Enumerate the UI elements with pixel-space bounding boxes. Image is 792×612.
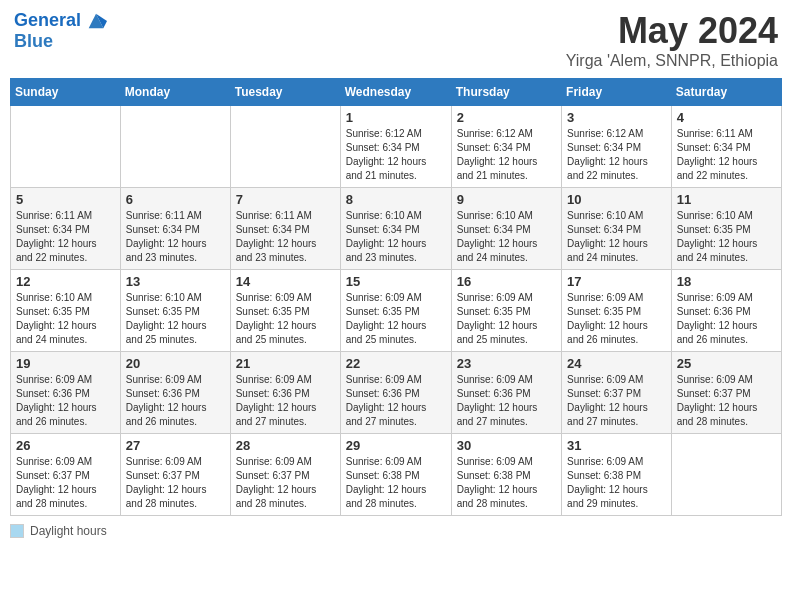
calendar-cell: 23Sunrise: 6:09 AM Sunset: 6:36 PM Dayli… xyxy=(451,352,561,434)
calendar-cell: 21Sunrise: 6:09 AM Sunset: 6:36 PM Dayli… xyxy=(230,352,340,434)
calendar-cell: 4Sunrise: 6:11 AM Sunset: 6:34 PM Daylig… xyxy=(671,106,781,188)
legend-box xyxy=(10,524,24,538)
day-info: Sunrise: 6:10 AM Sunset: 6:35 PM Dayligh… xyxy=(126,291,225,347)
calendar-cell: 3Sunrise: 6:12 AM Sunset: 6:34 PM Daylig… xyxy=(562,106,672,188)
calendar-cell: 8Sunrise: 6:10 AM Sunset: 6:34 PM Daylig… xyxy=(340,188,451,270)
week-row-5: 26Sunrise: 6:09 AM Sunset: 6:37 PM Dayli… xyxy=(11,434,782,516)
column-header-sunday: Sunday xyxy=(11,79,121,106)
day-number: 4 xyxy=(677,110,776,125)
day-info: Sunrise: 6:09 AM Sunset: 6:37 PM Dayligh… xyxy=(677,373,776,429)
day-number: 14 xyxy=(236,274,335,289)
calendar-cell: 28Sunrise: 6:09 AM Sunset: 6:37 PM Dayli… xyxy=(230,434,340,516)
day-number: 21 xyxy=(236,356,335,371)
page-header: General Blue May 2024 Yirga 'Alem, SNNPR… xyxy=(10,10,782,70)
day-number: 11 xyxy=(677,192,776,207)
column-header-saturday: Saturday xyxy=(671,79,781,106)
calendar-cell: 27Sunrise: 6:09 AM Sunset: 6:37 PM Dayli… xyxy=(120,434,230,516)
location-subtitle: Yirga 'Alem, SNNPR, Ethiopia xyxy=(566,52,778,70)
day-number: 8 xyxy=(346,192,446,207)
day-info: Sunrise: 6:10 AM Sunset: 6:35 PM Dayligh… xyxy=(677,209,776,265)
calendar-cell: 2Sunrise: 6:12 AM Sunset: 6:34 PM Daylig… xyxy=(451,106,561,188)
day-number: 15 xyxy=(346,274,446,289)
day-info: Sunrise: 6:09 AM Sunset: 6:37 PM Dayligh… xyxy=(567,373,666,429)
day-number: 25 xyxy=(677,356,776,371)
day-number: 1 xyxy=(346,110,446,125)
day-number: 29 xyxy=(346,438,446,453)
day-number: 17 xyxy=(567,274,666,289)
day-info: Sunrise: 6:11 AM Sunset: 6:34 PM Dayligh… xyxy=(236,209,335,265)
calendar-cell: 12Sunrise: 6:10 AM Sunset: 6:35 PM Dayli… xyxy=(11,270,121,352)
day-info: Sunrise: 6:09 AM Sunset: 6:37 PM Dayligh… xyxy=(126,455,225,511)
calendar-cell: 25Sunrise: 6:09 AM Sunset: 6:37 PM Dayli… xyxy=(671,352,781,434)
day-info: Sunrise: 6:09 AM Sunset: 6:37 PM Dayligh… xyxy=(16,455,115,511)
calendar-header-row: SundayMondayTuesdayWednesdayThursdayFrid… xyxy=(11,79,782,106)
day-info: Sunrise: 6:10 AM Sunset: 6:35 PM Dayligh… xyxy=(16,291,115,347)
logo-icon xyxy=(85,10,107,32)
calendar-cell: 26Sunrise: 6:09 AM Sunset: 6:37 PM Dayli… xyxy=(11,434,121,516)
day-info: Sunrise: 6:09 AM Sunset: 6:35 PM Dayligh… xyxy=(457,291,556,347)
day-info: Sunrise: 6:09 AM Sunset: 6:36 PM Dayligh… xyxy=(126,373,225,429)
day-info: Sunrise: 6:09 AM Sunset: 6:36 PM Dayligh… xyxy=(346,373,446,429)
day-info: Sunrise: 6:09 AM Sunset: 6:38 PM Dayligh… xyxy=(457,455,556,511)
day-info: Sunrise: 6:09 AM Sunset: 6:36 PM Dayligh… xyxy=(236,373,335,429)
week-row-3: 12Sunrise: 6:10 AM Sunset: 6:35 PM Dayli… xyxy=(11,270,782,352)
calendar-cell: 15Sunrise: 6:09 AM Sunset: 6:35 PM Dayli… xyxy=(340,270,451,352)
calendar-footer: Daylight hours xyxy=(10,524,782,538)
day-number: 9 xyxy=(457,192,556,207)
day-info: Sunrise: 6:09 AM Sunset: 6:37 PM Dayligh… xyxy=(236,455,335,511)
day-info: Sunrise: 6:10 AM Sunset: 6:34 PM Dayligh… xyxy=(567,209,666,265)
day-number: 7 xyxy=(236,192,335,207)
day-info: Sunrise: 6:11 AM Sunset: 6:34 PM Dayligh… xyxy=(677,127,776,183)
day-info: Sunrise: 6:09 AM Sunset: 6:35 PM Dayligh… xyxy=(567,291,666,347)
calendar-cell: 6Sunrise: 6:11 AM Sunset: 6:34 PM Daylig… xyxy=(120,188,230,270)
column-header-thursday: Thursday xyxy=(451,79,561,106)
week-row-4: 19Sunrise: 6:09 AM Sunset: 6:36 PM Dayli… xyxy=(11,352,782,434)
column-header-tuesday: Tuesday xyxy=(230,79,340,106)
calendar-table: SundayMondayTuesdayWednesdayThursdayFrid… xyxy=(10,78,782,516)
calendar-cell: 30Sunrise: 6:09 AM Sunset: 6:38 PM Dayli… xyxy=(451,434,561,516)
day-info: Sunrise: 6:09 AM Sunset: 6:36 PM Dayligh… xyxy=(16,373,115,429)
calendar-cell: 19Sunrise: 6:09 AM Sunset: 6:36 PM Dayli… xyxy=(11,352,121,434)
day-info: Sunrise: 6:09 AM Sunset: 6:35 PM Dayligh… xyxy=(346,291,446,347)
day-number: 30 xyxy=(457,438,556,453)
calendar-cell: 16Sunrise: 6:09 AM Sunset: 6:35 PM Dayli… xyxy=(451,270,561,352)
calendar-cell: 11Sunrise: 6:10 AM Sunset: 6:35 PM Dayli… xyxy=(671,188,781,270)
logo: General Blue xyxy=(14,10,107,52)
calendar-cell: 17Sunrise: 6:09 AM Sunset: 6:35 PM Dayli… xyxy=(562,270,672,352)
calendar-cell: 5Sunrise: 6:11 AM Sunset: 6:34 PM Daylig… xyxy=(11,188,121,270)
calendar-cell: 1Sunrise: 6:12 AM Sunset: 6:34 PM Daylig… xyxy=(340,106,451,188)
legend-label: Daylight hours xyxy=(30,524,107,538)
day-info: Sunrise: 6:09 AM Sunset: 6:36 PM Dayligh… xyxy=(457,373,556,429)
day-number: 26 xyxy=(16,438,115,453)
column-header-wednesday: Wednesday xyxy=(340,79,451,106)
day-info: Sunrise: 6:11 AM Sunset: 6:34 PM Dayligh… xyxy=(126,209,225,265)
day-number: 27 xyxy=(126,438,225,453)
column-header-monday: Monday xyxy=(120,79,230,106)
calendar-cell xyxy=(671,434,781,516)
calendar-cell xyxy=(11,106,121,188)
day-info: Sunrise: 6:12 AM Sunset: 6:34 PM Dayligh… xyxy=(346,127,446,183)
day-number: 24 xyxy=(567,356,666,371)
calendar-cell: 13Sunrise: 6:10 AM Sunset: 6:35 PM Dayli… xyxy=(120,270,230,352)
week-row-2: 5Sunrise: 6:11 AM Sunset: 6:34 PM Daylig… xyxy=(11,188,782,270)
logo-text2: Blue xyxy=(14,32,53,52)
week-row-1: 1Sunrise: 6:12 AM Sunset: 6:34 PM Daylig… xyxy=(11,106,782,188)
calendar-cell xyxy=(230,106,340,188)
month-title: May 2024 xyxy=(566,10,778,52)
calendar-cell xyxy=(120,106,230,188)
day-number: 16 xyxy=(457,274,556,289)
day-info: Sunrise: 6:09 AM Sunset: 6:38 PM Dayligh… xyxy=(346,455,446,511)
day-info: Sunrise: 6:10 AM Sunset: 6:34 PM Dayligh… xyxy=(346,209,446,265)
day-number: 10 xyxy=(567,192,666,207)
calendar-cell: 22Sunrise: 6:09 AM Sunset: 6:36 PM Dayli… xyxy=(340,352,451,434)
day-info: Sunrise: 6:10 AM Sunset: 6:34 PM Dayligh… xyxy=(457,209,556,265)
day-number: 2 xyxy=(457,110,556,125)
day-info: Sunrise: 6:12 AM Sunset: 6:34 PM Dayligh… xyxy=(567,127,666,183)
calendar-cell: 31Sunrise: 6:09 AM Sunset: 6:38 PM Dayli… xyxy=(562,434,672,516)
day-number: 12 xyxy=(16,274,115,289)
calendar-cell: 24Sunrise: 6:09 AM Sunset: 6:37 PM Dayli… xyxy=(562,352,672,434)
day-number: 31 xyxy=(567,438,666,453)
day-number: 22 xyxy=(346,356,446,371)
day-number: 13 xyxy=(126,274,225,289)
day-info: Sunrise: 6:09 AM Sunset: 6:35 PM Dayligh… xyxy=(236,291,335,347)
